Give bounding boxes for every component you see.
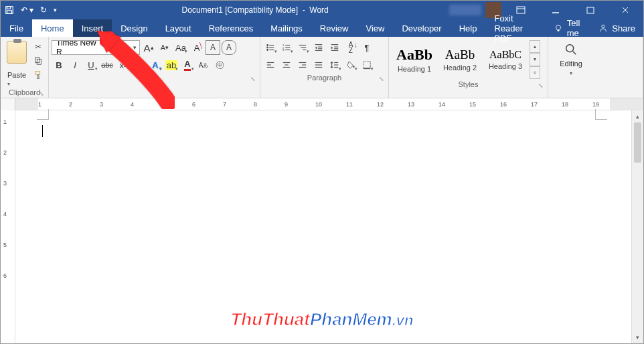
svg-line-58: [573, 52, 576, 55]
lightbulb-icon: [554, 23, 563, 33]
align-left-button[interactable]: [263, 58, 278, 72]
vertical-ruler[interactable]: 123456: [1, 110, 15, 343]
styles-expand[interactable]: ▿: [530, 66, 540, 79]
qat-customize-icon[interactable]: ▾: [54, 7, 57, 13]
margin-corner-tl: [37, 109, 49, 120]
italic-button[interactable]: I: [68, 58, 82, 72]
style-item-0[interactable]: AaBbHeading 1: [392, 40, 437, 79]
borders-button[interactable]: [359, 58, 374, 72]
increase-indent-button[interactable]: [327, 40, 342, 55]
ruler-corner: [1, 98, 15, 110]
bullets-button[interactable]: [263, 40, 278, 55]
svg-rect-15: [35, 72, 40, 74]
account-name-blurred: [449, 5, 481, 15]
title-bar: ↶ ▾ ↻ ▾ Document1 [Compatibility Mode] -…: [1, 1, 643, 19]
save-icon[interactable]: [5, 5, 14, 15]
maximize-button[interactable]: [575, 1, 606, 19]
justify-button[interactable]: [311, 58, 326, 72]
align-center-button[interactable]: [279, 58, 294, 72]
svg-text:3: 3: [283, 48, 285, 52]
scroll-thumb[interactable]: [634, 122, 641, 163]
char-border-button[interactable]: A: [206, 40, 220, 55]
find-icon[interactable]: [564, 42, 578, 57]
decrease-indent-button[interactable]: [311, 40, 326, 55]
svg-point-20: [267, 50, 268, 51]
tab-insert[interactable]: Insert: [73, 19, 112, 37]
text-effects-button[interactable]: A: [148, 58, 163, 72]
tab-design[interactable]: Design: [112, 19, 156, 37]
tab-file[interactable]: File: [1, 19, 32, 37]
styles-scroll-down[interactable]: ▾: [530, 53, 540, 66]
svg-point-9: [556, 25, 560, 30]
copy-icon[interactable]: [31, 55, 45, 67]
group-styles: AaBbHeading 1AaBbHeading 2AaBbCHeading 3…: [389, 37, 548, 98]
ribbon-tabs: File Home Insert Design Layout Reference…: [1, 19, 643, 37]
style-item-2[interactable]: AaBbCHeading 3: [483, 40, 528, 79]
format-painter-icon[interactable]: [31, 69, 45, 81]
styles-dialog-launcher[interactable]: ⤡: [538, 82, 544, 89]
undo-icon[interactable]: ↶ ▾: [21, 5, 33, 15]
share-label: Share: [612, 23, 635, 33]
editing-label[interactable]: Editing: [560, 60, 582, 68]
horizontal-ruler[interactable]: 12345678910111213141516171819: [1, 98, 643, 110]
tab-review[interactable]: Review: [311, 19, 357, 37]
quick-access-toolbar: ↶ ▾ ↻ ▾: [1, 5, 61, 15]
paragraph-dialog-launcher[interactable]: ⤡: [379, 76, 384, 82]
style-item-1[interactable]: AaBbHeading 2: [437, 40, 483, 79]
strikethrough-button[interactable]: abc: [100, 58, 114, 72]
align-right-button[interactable]: [295, 58, 310, 72]
paste-button[interactable]: Paste▾: [7, 71, 26, 87]
clipboard-dialog-launcher[interactable]: ⤡: [39, 90, 44, 97]
show-marks-button[interactable]: ¶: [359, 40, 374, 55]
multilevel-button[interactable]: [295, 40, 310, 55]
superscript-button[interactable]: x2: [132, 58, 147, 72]
paste-icon[interactable]: [7, 41, 27, 64]
enclosed-char-button[interactable]: A: [222, 40, 236, 55]
text-cursor: [42, 125, 43, 137]
tab-mailings[interactable]: Mailings: [262, 19, 311, 37]
numbering-button[interactable]: 123: [279, 40, 294, 55]
highlight-button[interactable]: ab: [164, 58, 179, 72]
font-name-combo[interactable]: Times New R: [52, 40, 113, 55]
close-button[interactable]: [610, 1, 641, 19]
scroll-down-button[interactable]: ▾: [632, 331, 643, 343]
scroll-up-button[interactable]: ▴: [632, 110, 643, 122]
subscript-button[interactable]: x2: [116, 58, 131, 72]
share-button[interactable]: Share: [590, 23, 643, 33]
styles-scroll-up[interactable]: ▴: [530, 40, 540, 53]
tab-view[interactable]: View: [357, 19, 393, 37]
font-color-button[interactable]: A: [180, 58, 195, 72]
bold-button[interactable]: B: [52, 58, 66, 72]
margin-corner-tr: [595, 109, 607, 120]
clear-format-button[interactable]: A⧹: [189, 40, 204, 55]
redo-icon[interactable]: ↻: [40, 5, 47, 15]
tab-developer[interactable]: Developer: [393, 19, 450, 37]
svg-point-18: [267, 47, 268, 48]
shading-button[interactable]: [343, 58, 358, 72]
tab-home[interactable]: Home: [32, 19, 73, 37]
minimize-button[interactable]: [540, 1, 571, 19]
tab-layout[interactable]: Layout: [157, 19, 200, 37]
grow-font-button[interactable]: A▴: [141, 40, 156, 55]
enclosed-text-button[interactable]: ㊥: [212, 58, 227, 72]
line-spacing-button[interactable]: [327, 58, 342, 72]
svg-rect-6: [587, 7, 594, 13]
cut-icon[interactable]: ✂: [31, 41, 45, 53]
page-body[interactable]: [15, 110, 631, 343]
tab-help[interactable]: Help: [451, 19, 486, 37]
tell-me-search[interactable]: Tell me: [547, 18, 587, 38]
sort-button[interactable]: AZ↓: [343, 40, 358, 55]
tab-foxit[interactable]: Foxit Reader PDF: [485, 19, 546, 37]
underline-button[interactable]: U: [84, 58, 98, 72]
title-bar-right: [449, 1, 643, 19]
vertical-scrollbar[interactable]: ▴ ▾: [631, 110, 643, 343]
editing-dropdown-icon[interactable]: ▾: [570, 70, 572, 76]
shrink-font-button[interactable]: A▾: [157, 40, 172, 55]
tab-references[interactable]: References: [200, 19, 262, 37]
change-case-button[interactable]: Aa: [173, 40, 188, 55]
group-font-label: t: [150, 74, 158, 82]
font-size-combo[interactable]: 14: [114, 40, 140, 55]
group-styles-label: Styles: [459, 80, 479, 88]
phonetic-button[interactable]: Aあ: [196, 58, 211, 72]
font-dialog-launcher[interactable]: ⤡: [250, 76, 256, 82]
